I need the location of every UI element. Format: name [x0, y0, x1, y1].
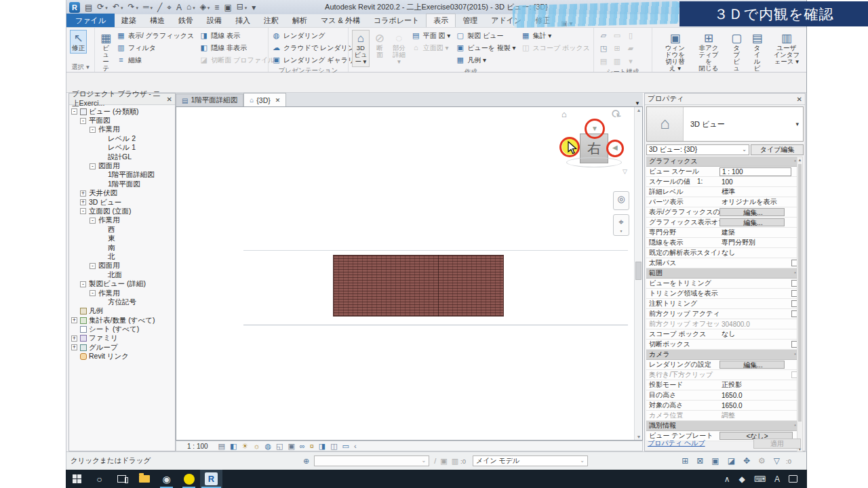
tree-expander[interactable]: -: [90, 263, 96, 269]
cortana-button[interactable]: ○: [88, 470, 111, 488]
tree-expander[interactable]: +: [80, 190, 86, 197]
task-view-button[interactable]: [111, 470, 133, 488]
tree-item[interactable]: レベル 1: [69, 144, 175, 152]
tree-expander[interactable]: -: [90, 127, 96, 133]
tree-item[interactable]: 1階平面詳細図: [69, 171, 175, 180]
worksharing-display-icon[interactable]: ✥: [743, 456, 750, 466]
sheet-tool-icon[interactable]: ◳: [597, 43, 610, 54]
property-row[interactable]: スケールの値 1: 100: [646, 177, 798, 187]
viewcube-orbit-arrows-icon[interactable]: ⟳: [608, 106, 625, 123]
switch-windows-icon[interactable]: ⊟: [237, 1, 248, 14]
sheet-tool-icon[interactable]: ⊞: [611, 43, 623, 54]
viewcube-chevron-icon[interactable]: ▽: [623, 168, 627, 175]
tree-expander[interactable]: [71, 354, 77, 360]
tree-item[interactable]: 設計GL: [69, 152, 175, 161]
ribbon-tab[interactable]: 設備: [200, 14, 229, 27]
ribbon-tab[interactable]: 鉄骨: [172, 14, 200, 27]
vertical-scrollbar[interactable]: ▲ ▼: [634, 107, 642, 440]
rendering-dialog-icon[interactable]: ◍: [264, 441, 271, 451]
tree-item[interactable]: 南: [69, 243, 175, 252]
property-row[interactable]: 奥行き/下方クリップ: [646, 370, 798, 380]
sheet-tool-icon[interactable]: ▾: [625, 56, 637, 67]
tree-item[interactable]: - 作業用: [69, 216, 175, 225]
ribbon-button[interactable]: ▢ 製図 ビュー: [456, 30, 515, 41]
property-row[interactable]: 太陽パス: [646, 258, 798, 268]
property-value[interactable]: 304800.0: [719, 321, 798, 328]
property-row[interactable]: 専門分野 建築: [646, 228, 798, 238]
ribbon-button[interactable]: ▦ 凡例 ▾: [456, 54, 515, 66]
worksets-icon[interactable]: ⊕: [303, 457, 309, 466]
property-value[interactable]: 編集...: [719, 208, 785, 216]
property-value[interactable]: 編集...: [719, 218, 785, 226]
edit-type-button[interactable]: タイプ編集: [751, 144, 804, 155]
ribbon-button[interactable]: ≡ 細線: [117, 54, 194, 66]
instance-selector[interactable]: 3D ビュー: {3D}: [646, 144, 749, 155]
text-icon[interactable]: A: [176, 2, 182, 13]
close-icon[interactable]: ✕: [275, 97, 281, 104]
tree-item[interactable]: 北面: [69, 270, 175, 279]
ribbon-tab[interactable]: 解析: [285, 14, 314, 27]
property-value[interactable]: 正投影: [719, 380, 798, 390]
scroll-down-icon[interactable]: ▼: [635, 434, 642, 439]
aligned-dimension-icon[interactable]: ╱: [157, 2, 162, 13]
property-row[interactable]: 表示/グラフィックスの上... 編集...: [646, 207, 798, 218]
tree-expander[interactable]: [99, 272, 105, 278]
ribbon-button[interactable]: ▣ ビューを 複製 ▾: [456, 42, 515, 54]
ribbon-tab[interactable]: 注釈: [257, 14, 285, 27]
customize-qat-icon[interactable]: ▾: [252, 2, 256, 13]
ribbon-big-button[interactable]: ▣ ウィンドウを 切り替え ▾: [662, 30, 688, 74]
ribbon-button[interactable]: ▦ 表示/ グラフィックス: [117, 30, 194, 41]
thin-lines-icon[interactable]: ≡: [214, 2, 219, 13]
workset-selector[interactable]: [314, 455, 429, 466]
property-row[interactable]: レンダリングの設定 編集...: [646, 360, 798, 370]
displaced-elements-icon[interactable]: ◫: [330, 441, 337, 451]
ribbon-tab[interactable]: 建築: [115, 14, 143, 27]
property-row[interactable]: 既定の解析表示スタイル なし: [646, 248, 798, 258]
property-row[interactable]: ビュー スケール 1 : 100: [646, 167, 798, 177]
ribbon-button[interactable]: ◧ 隠線 非表示: [199, 42, 275, 54]
ribbon-tab[interactable]: コラボレート: [367, 14, 426, 27]
property-row[interactable]: 注釈トリミング: [646, 299, 798, 309]
property-value[interactable]: 標準: [719, 187, 798, 197]
tree-item[interactable]: レベル 2: [69, 134, 175, 143]
tree-expander[interactable]: [99, 172, 105, 178]
property-row[interactable]: グラフィックス: [646, 157, 798, 167]
ribbon-button[interactable]: ◫ スコープ ボックス: [521, 42, 590, 54]
tree-expander[interactable]: [99, 181, 105, 187]
brick-wall[interactable]: [333, 255, 504, 317]
apply-button[interactable]: 適用: [753, 439, 801, 449]
ribbon-big-button[interactable]: ◌ 部分詳細 ▾: [390, 30, 408, 67]
revit-taskbar-button[interactable]: R: [200, 470, 222, 488]
tree-item[interactable]: 東: [69, 234, 175, 243]
tree-expander[interactable]: [99, 154, 105, 160]
default-3d-view-icon[interactable]: ⌂: [186, 1, 195, 14]
save-central-icon[interactable]: ▣: [711, 456, 719, 466]
viewcube-compass-ring[interactable]: [566, 157, 622, 167]
property-row[interactable]: カメラ位置 調整: [646, 411, 798, 421]
tree-item[interactable]: - ビュー (分類順): [69, 107, 175, 116]
ribbon-button[interactable]: ⌂ 立面図 ▾: [412, 42, 451, 54]
property-value[interactable]: オリジナルを表示: [719, 197, 798, 207]
active-only-icon[interactable]: ▥: [452, 457, 458, 466]
property-row[interactable]: ビューをトリミング: [646, 279, 798, 289]
property-value[interactable]: なし: [719, 329, 798, 339]
property-value[interactable]: 調整: [719, 411, 798, 420]
requests-icon[interactable]: /: [434, 457, 436, 465]
property-row[interactable]: パーツ表示 オリジナルを表示: [646, 197, 798, 207]
sheet-tool-icon[interactable]: ▰: [625, 43, 637, 54]
property-value[interactable]: 専門分野別: [719, 238, 798, 247]
property-row[interactable]: カメラ: [646, 350, 798, 360]
sun-path-icon[interactable]: ☀: [241, 441, 248, 451]
crop-view-icon[interactable]: ◱: [276, 441, 283, 451]
ribbon-button[interactable]: ◨ 隠線 表示: [199, 30, 275, 41]
keyboard-icon[interactable]: ⌨: [754, 474, 766, 484]
ribbon-big-button[interactable]: ⊞ 非アクティブを 閉じる: [694, 30, 724, 74]
ribbon-tab[interactable]: 挿入: [229, 14, 257, 27]
action-center-icon[interactable]: [789, 475, 797, 483]
tree-item[interactable]: + グループ: [69, 343, 175, 352]
undo-icon[interactable]: ↶: [113, 1, 123, 14]
tag-icon[interactable]: ⌖: [167, 2, 172, 13]
detail-level-icon[interactable]: ▤: [218, 441, 225, 451]
tree-item[interactable]: - 作業用: [69, 289, 175, 298]
property-row[interactable]: 対象の高さ 1650.0: [646, 401, 798, 411]
